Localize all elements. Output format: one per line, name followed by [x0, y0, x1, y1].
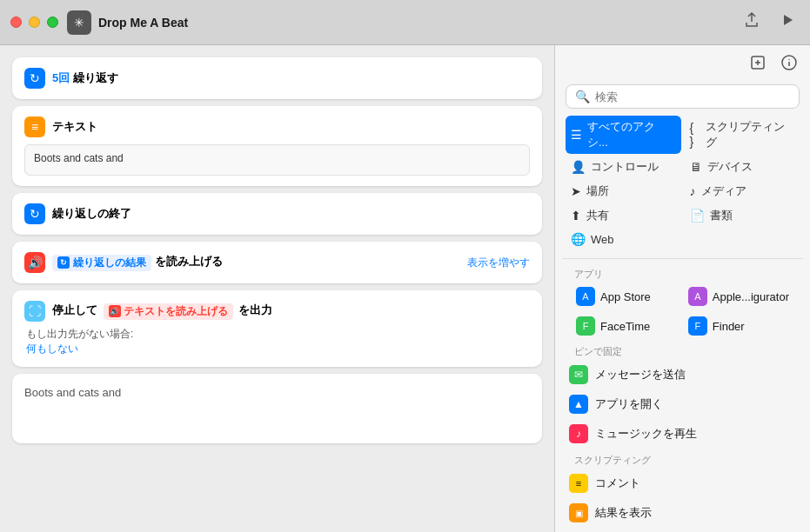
stop-mid-label: テキストを読み上げる	[124, 304, 228, 319]
window-title: Drop Me A Beat	[98, 16, 188, 30]
scripting-show-alert[interactable]: ! アラートを表示	[562, 528, 803, 532]
open-app-label: アプリを開く	[595, 396, 663, 412]
category-web-label: Web	[591, 233, 614, 246]
share-button[interactable]	[742, 10, 761, 34]
speak-action-card[interactable]: 🔊 ↻ 繰り返しの結果 を読み上げる 表示を増やす	[12, 242, 542, 283]
web-icon: 🌐	[571, 232, 586, 246]
appstore-label: App Store	[600, 290, 651, 303]
category-web[interactable]: 🌐 Web	[566, 229, 681, 249]
text-action-header: ≡ テキスト	[24, 116, 530, 137]
category-scripting-label: スクリプティング	[706, 119, 794, 150]
category-control[interactable]: 👤 コントロール	[566, 156, 681, 178]
if-no-output-label: もし出力先がない場合:	[26, 328, 133, 340]
category-documents[interactable]: 📄 書類	[685, 204, 800, 227]
pinned-send-message[interactable]: ✉ メッセージを送信	[562, 360, 803, 389]
close-button[interactable]	[10, 17, 22, 28]
search-bar: 🔍	[566, 84, 800, 109]
minimize-button[interactable]	[29, 17, 40, 28]
end-repeat-header: ↻ 繰り返しの終了	[24, 203, 530, 224]
svg-point-6	[788, 59, 789, 60]
category-scripting[interactable]: { } スクリプティング	[685, 116, 800, 154]
apple-label: Apple...igurator	[713, 290, 789, 303]
category-all-label: すべてのアクシ...	[587, 119, 676, 150]
facetime-icon: F	[576, 316, 595, 336]
category-share-label: 共有	[586, 208, 609, 223]
apps-grid: A App Store A Apple...igurator F FaceTim…	[562, 283, 803, 340]
stop-icon: ⛶	[24, 301, 45, 322]
finder-label: Finder	[713, 320, 745, 333]
apple-icon: A	[688, 287, 707, 306]
category-documents-label: 書類	[710, 208, 733, 223]
speak-highlight: 繰り返しの結果	[73, 256, 146, 270]
show-result-label: 結果を表示	[595, 505, 652, 521]
svg-marker-0	[784, 15, 793, 25]
app-finder[interactable]: F Finder	[681, 312, 796, 340]
scripting-show-result[interactable]: ▣ 結果を表示	[562, 498, 803, 528]
category-location-label: 場所	[586, 183, 609, 199]
category-device[interactable]: 🖥 デバイス	[685, 156, 800, 178]
speak-action-title: ↻ 繰り返しの結果 を読み上げる	[52, 254, 223, 271]
appstore-icon: A	[576, 287, 595, 306]
sidebar: 🔍 ☰ すべてのアクシ... { } スクリプティング 👤 コントロール 🖥 デ…	[555, 45, 810, 532]
stop-action-header: ⛶ 停止して 🔊 テキストを読み上げる を出力	[24, 301, 530, 322]
device-icon: 🖥	[690, 160, 702, 174]
output-preview: Boots and cats and	[12, 374, 542, 443]
app-appstore[interactable]: A App Store	[569, 283, 679, 310]
divider-1	[562, 258, 803, 259]
repeat-icon: ↻	[24, 68, 45, 89]
text-action-icon: ≡	[24, 116, 45, 137]
show-more-button[interactable]: 表示を増やす	[467, 256, 530, 270]
stop-action-card[interactable]: ⛶ 停止して 🔊 テキストを読み上げる を出力 もし出力先がない場合: 何もしな…	[12, 290, 542, 367]
title-bar: ✳ Drop Me A Beat	[0, 0, 810, 45]
stop-label: 停止して	[52, 303, 97, 316]
sidebar-header	[555, 45, 810, 81]
apps-section-label: アプリ	[562, 263, 803, 283]
pinned-open-app[interactable]: ▲ アプリを開く	[562, 389, 803, 419]
category-device-label: デバイス	[707, 159, 753, 175]
comment-icon: ≡	[569, 474, 588, 493]
text-action-title: テキスト	[52, 119, 97, 135]
media-icon: ♪	[690, 184, 696, 198]
search-input[interactable]	[595, 90, 790, 103]
stop-end-label: を出力	[238, 303, 272, 316]
speak-icon: 🔊	[24, 252, 45, 273]
text-content-preview[interactable]: Boots and cats and	[24, 144, 530, 176]
category-grid: ☰ すべてのアクシ... { } スクリプティング 👤 コントロール 🖥 デバイ…	[555, 116, 810, 255]
workflow-panel: ↻ 5回 繰り返す ≡ テキスト Boots and cats and ↻ 繰り…	[0, 45, 555, 532]
end-repeat-icon: ↻	[24, 203, 45, 224]
category-all[interactable]: ☰ すべてのアクシ...	[566, 116, 681, 154]
category-media[interactable]: ♪ メディア	[685, 180, 800, 203]
main-content: ↻ 5回 繰り返す ≡ テキスト Boots and cats and ↻ 繰り…	[0, 45, 810, 532]
text-action-card[interactable]: ≡ テキスト Boots and cats and	[12, 106, 542, 186]
app-apple[interactable]: A Apple...igurator	[681, 283, 796, 310]
location-icon: ➤	[571, 184, 581, 198]
stop-action-title: 停止して 🔊 テキストを読み上げる を出力	[52, 303, 272, 320]
play-music-icon: ♪	[569, 424, 588, 443]
info-button[interactable]	[780, 54, 798, 76]
end-repeat-title: 繰り返しの終了	[52, 206, 131, 222]
stop-action-body: もし出力先がない場合: 何もしない	[24, 327, 530, 356]
end-repeat-card[interactable]: ↻ 繰り返しの終了	[12, 193, 542, 235]
facetime-label: FaceTime	[600, 320, 650, 333]
play-button[interactable]	[779, 11, 796, 33]
comment-label: コメント	[595, 475, 640, 491]
speak-action-header: 🔊 ↻ 繰り返しの結果 を読み上げる 表示を増やす	[24, 252, 530, 273]
category-share[interactable]: ⬆ 共有	[566, 204, 681, 227]
no-output-link[interactable]: 何もしない	[26, 342, 78, 355]
add-shortcut-button[interactable]	[749, 54, 766, 76]
category-control-label: コントロール	[591, 159, 659, 175]
repeat-action-card[interactable]: ↻ 5回 繰り返す	[12, 57, 542, 99]
repeat-label: 繰り返す	[73, 71, 118, 84]
search-icon: 🔍	[575, 90, 590, 103]
scripting-section-label: スクリプティング	[562, 449, 803, 469]
category-location[interactable]: ➤ 場所	[566, 180, 681, 203]
scripting-comment[interactable]: ≡ コメント	[562, 469, 803, 498]
scripting-icon: { }	[690, 121, 701, 149]
app-icon: ✳	[67, 10, 91, 35]
control-icon: 👤	[571, 160, 586, 174]
app-facetime[interactable]: F FaceTime	[569, 312, 679, 340]
pinned-play-music[interactable]: ♪ ミュージックを再生	[562, 419, 803, 449]
title-bar-actions	[742, 10, 796, 34]
maximize-button[interactable]	[47, 17, 58, 28]
action-list: アプリ A App Store A Apple...igurator F Fac…	[555, 263, 810, 532]
